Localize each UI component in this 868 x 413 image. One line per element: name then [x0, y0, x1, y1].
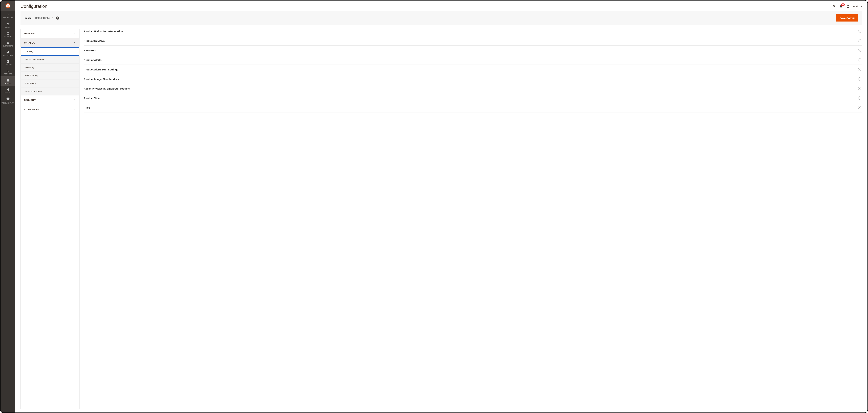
chevron-down-icon: [73, 32, 76, 35]
notifications-badge: 39: [841, 3, 844, 6]
chevron-down-icon: [858, 30, 861, 33]
config-group-label: SECURITY: [24, 99, 36, 101]
chevron-up-icon: [73, 41, 76, 44]
boxes-icon: [1, 97, 14, 101]
section-title: Product Video: [84, 97, 101, 100]
account-label: admin: [853, 5, 859, 8]
content-columns: GENERAL CATALOG Catalog Visual Merchandi…: [15, 29, 867, 412]
chevron-down-icon: [858, 58, 861, 61]
notifications-icon[interactable]: 39: [839, 4, 843, 8]
main-area: Configuration 39 admin Scope: Default Co…: [15, 1, 867, 412]
sidebar-item-stores[interactable]: STORES: [1, 76, 15, 86]
sidebar-item-label: SALES: [1, 27, 14, 28]
chevron-down-icon: [73, 108, 76, 111]
config-group-security[interactable]: SECURITY: [21, 95, 79, 105]
user-icon[interactable]: [846, 4, 850, 8]
section-title: Product Alerts Run Settings: [84, 68, 118, 71]
sidebar-item-sales[interactable]: SALES: [1, 20, 15, 30]
chevron-down-icon: [858, 68, 861, 71]
chevron-down-icon: [858, 39, 861, 42]
search-icon[interactable]: [832, 4, 836, 8]
sidebar-item-label: DASHBOARD: [1, 17, 14, 19]
sidebar-item-content[interactable]: CONTENT: [1, 58, 15, 67]
config-sections: Product Fields Auto-Generation Product R…: [83, 29, 862, 409]
sidebar-item-system[interactable]: SYSTEM: [1, 86, 15, 95]
config-subitem-visual-merch[interactable]: Visual Merchandiser: [21, 56, 79, 64]
sidebar-item-label: CATALOG: [1, 36, 14, 38]
chevron-down-icon: [858, 77, 861, 81]
dashboard-icon: [1, 13, 14, 17]
config-section-price[interactable]: Price: [84, 103, 862, 113]
config-subitem-rss[interactable]: RSS Feeds: [21, 80, 79, 88]
sidebar-item-reports[interactable]: REPORTS: [1, 67, 15, 76]
sidebar-item-customers[interactable]: CUSTOMERS: [1, 39, 15, 49]
sidebar-item-label: SYSTEM: [1, 92, 14, 94]
box-icon: [1, 31, 14, 36]
bars-icon: [1, 69, 14, 73]
config-subnav-catalog: Catalog Visual Merchandiser Inventory XM…: [21, 47, 79, 95]
config-section-storefront[interactable]: Storefront: [84, 45, 862, 55]
config-group-label: GENERAL: [24, 32, 35, 35]
top-actions: 39 admin: [832, 4, 862, 8]
sidebar-item-label: FIND PARTNERS & EXTENSIONS: [1, 101, 14, 105]
section-title: Product Image Placeholders: [84, 77, 119, 81]
help-icon[interactable]: ?: [56, 17, 59, 20]
storefront-icon: [1, 78, 14, 82]
config-group-general[interactable]: GENERAL: [21, 29, 79, 38]
config-section-image-placeholders[interactable]: Product Image Placeholders: [84, 74, 862, 84]
admin-sidebar: DASHBOARD SALES CATALOG CUSTOMERS MARKET…: [1, 1, 15, 412]
sidebar-item-catalog[interactable]: CATALOG: [1, 30, 15, 39]
chevron-down-icon: [73, 99, 76, 101]
config-group-label: CUSTOMERS: [24, 108, 39, 111]
config-section-product-fields[interactable]: Product Fields Auto-Generation: [84, 29, 862, 36]
app-logo[interactable]: [1, 1, 15, 11]
config-section-product-reviews[interactable]: Product Reviews: [84, 36, 862, 45]
chevron-down-icon: [858, 96, 861, 100]
config-section-recently-viewed[interactable]: Recently Viewed/Compared Products: [84, 84, 862, 93]
top-bar: Configuration 39 admin: [15, 1, 867, 11]
scope-bar: Scope: Default Config ? Save Config: [21, 11, 862, 25]
config-subitem-catalog[interactable]: Catalog: [21, 47, 79, 56]
config-subitem-xml-sitemap[interactable]: XML Sitemap: [21, 71, 79, 80]
config-group-catalog[interactable]: CATALOG: [21, 38, 79, 47]
sidebar-item-label: REPORTS: [1, 73, 14, 75]
person-icon: [1, 41, 14, 45]
sidebar-item-marketing[interactable]: MARKETING: [1, 49, 15, 58]
chevron-down-icon: [858, 106, 861, 109]
config-subitem-email-friend[interactable]: Email to a Friend: [21, 88, 79, 95]
section-title: Product Alerts: [84, 59, 101, 61]
config-section-product-alerts-run[interactable]: Product Alerts Run Settings: [84, 65, 862, 74]
section-title: Storefront: [84, 49, 96, 52]
blocks-icon: [1, 59, 14, 64]
dollar-icon: [1, 22, 14, 26]
section-title: Product Reviews: [84, 39, 105, 42]
section-title: Recently Viewed/Compared Products: [84, 87, 130, 90]
sidebar-item-dashboard[interactable]: DASHBOARD: [1, 11, 15, 20]
megaphone-icon: [1, 50, 14, 54]
config-group-label: CATALOG: [24, 42, 35, 44]
chevron-down-icon: [858, 49, 861, 52]
save-button[interactable]: Save Config: [836, 14, 858, 22]
gear-icon: [1, 88, 14, 92]
sidebar-item-partners[interactable]: FIND PARTNERS & EXTENSIONS: [1, 95, 15, 106]
config-section-product-alerts[interactable]: Product Alerts: [84, 55, 862, 65]
section-title: Product Fields Auto-Generation: [84, 30, 123, 33]
config-nav: GENERAL CATALOG Catalog Visual Merchandi…: [21, 29, 80, 409]
config-subitem-inventory[interactable]: Inventory: [21, 64, 79, 71]
sidebar-item-label: CONTENT: [1, 64, 14, 66]
scope-left: Scope: Default Config ?: [25, 17, 59, 20]
sidebar-item-label: STORES: [1, 83, 14, 84]
page-title: Configuration: [21, 4, 48, 9]
sidebar-item-label: MARKETING: [1, 55, 14, 56]
account-menu[interactable]: admin: [853, 5, 862, 8]
sidebar-item-label: CUSTOMERS: [1, 45, 14, 47]
config-group-customers[interactable]: CUSTOMERS: [21, 105, 79, 114]
chevron-down-icon: [858, 87, 861, 90]
section-title: Price: [84, 106, 90, 109]
config-section-product-video[interactable]: Product Video: [84, 93, 862, 103]
scope-label: Scope:: [25, 17, 32, 19]
scope-select[interactable]: Default Config: [35, 17, 53, 19]
scope-value: Default Config: [35, 17, 50, 19]
